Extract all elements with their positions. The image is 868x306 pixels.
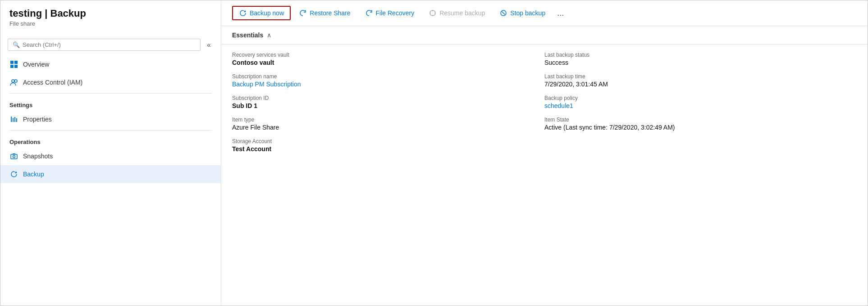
- sidebar-search-box[interactable]: 🔍: [8, 39, 201, 51]
- collapse-sidebar-button[interactable]: «: [204, 39, 214, 51]
- resume-backup-label: Resume backup: [439, 9, 485, 17]
- svg-rect-10: [11, 154, 17, 159]
- file-recovery-icon: [365, 9, 373, 17]
- info-value-backup-policy[interactable]: schedule1: [544, 102, 573, 109]
- sidebar-search-row: 🔍 «: [0, 34, 221, 55]
- stop-backup-icon: [499, 9, 507, 17]
- info-row-vault: Recovery services vault Contoso vault: [232, 52, 544, 66]
- restore-share-icon: [299, 9, 307, 17]
- svg-rect-9: [16, 118, 17, 122]
- app-container: testing | Backup File share 🔍 «: [0, 0, 868, 306]
- sidebar-item-overview[interactable]: Overview: [0, 55, 221, 73]
- nav-divider-operations: [9, 130, 212, 130]
- info-grid: Recovery services vault Contoso vault Su…: [221, 45, 868, 171]
- info-row-last-backup-time: Last backup time 7/29/2020, 3:01:45 AM: [544, 73, 857, 88]
- svg-rect-1: [14, 61, 18, 64]
- settings-section-header: Settings: [0, 95, 221, 110]
- backup-now-icon: [239, 9, 247, 17]
- sidebar-item-snapshots-label: Snapshots: [23, 153, 53, 160]
- nav-divider-settings: [9, 93, 212, 94]
- page-title: testing | Backup: [9, 8, 212, 19]
- svg-rect-0: [10, 61, 14, 64]
- info-value-item-type: Azure File Share: [232, 124, 544, 131]
- search-input[interactable]: [23, 41, 196, 48]
- svg-rect-2: [10, 65, 14, 68]
- file-recovery-label: File Recovery: [376, 9, 415, 17]
- sidebar-nav: Overview Access Control (IAM) Settings: [0, 55, 221, 306]
- info-row-item-type: Item type Azure File Share: [232, 117, 544, 131]
- main-content: Backup now Restore Share File Recovery: [221, 0, 868, 306]
- search-icon: 🔍: [13, 41, 20, 48]
- info-label-backup-policy: Backup policy: [544, 95, 857, 101]
- restore-share-button[interactable]: Restore Share: [292, 6, 356, 20]
- svg-rect-8: [14, 117, 15, 122]
- svg-point-5: [14, 80, 17, 82]
- svg-point-4: [12, 80, 14, 82]
- info-label-last-backup-status: Last backup status: [544, 52, 857, 58]
- essentials-header: Essentials ∧: [221, 26, 868, 45]
- page-subtitle: File share: [9, 20, 212, 27]
- info-label-subscription-name: Subscription name: [232, 73, 544, 80]
- info-row-item-state: Item State Active (Last sync time: 7/29/…: [544, 117, 857, 131]
- backup-now-button[interactable]: Backup now: [232, 6, 291, 20]
- sidebar-item-properties[interactable]: Properties: [0, 110, 221, 128]
- info-value-vault: Contoso vault: [232, 59, 544, 66]
- sidebar-item-iam-label: Access Control (IAM): [23, 79, 82, 86]
- info-value-last-backup-time: 7/29/2020, 3:01:45 AM: [544, 81, 857, 88]
- iam-icon: [9, 78, 18, 87]
- info-label-item-type: Item type: [232, 117, 544, 123]
- toolbar: Backup now Restore Share File Recovery: [221, 0, 868, 26]
- sidebar-item-overview-label: Overview: [23, 61, 49, 68]
- info-value-storage-account: Test Account: [232, 145, 544, 153]
- info-left-column: Recovery services vault Contoso vault Su…: [232, 52, 544, 160]
- resume-backup-button[interactable]: Resume backup: [422, 6, 491, 20]
- sidebar-item-snapshots[interactable]: Snapshots: [0, 147, 221, 165]
- info-label-storage-account: Storage Account: [232, 138, 544, 144]
- sidebar-item-backup[interactable]: Backup: [0, 165, 221, 183]
- info-value-last-backup-status: Success: [544, 59, 857, 66]
- sidebar-item-iam[interactable]: Access Control (IAM): [0, 73, 221, 91]
- info-row-last-backup-status: Last backup status Success: [544, 52, 857, 66]
- essentials-title: Essentials: [232, 32, 263, 39]
- essentials-chevron-icon[interactable]: ∧: [267, 32, 271, 39]
- svg-point-11: [13, 156, 15, 158]
- sidebar-item-properties-label: Properties: [23, 116, 52, 123]
- stop-backup-label: Stop backup: [510, 9, 545, 17]
- info-value-subscription-id: Sub ID 1: [232, 102, 544, 109]
- sidebar: testing | Backup File share 🔍 «: [0, 0, 221, 306]
- info-label-item-state: Item State: [544, 117, 857, 123]
- sidebar-header: testing | Backup File share: [0, 8, 221, 34]
- file-recovery-button[interactable]: File Recovery: [359, 6, 421, 20]
- svg-rect-7: [13, 118, 14, 122]
- info-value-subscription-name[interactable]: Backup PM Subscription: [232, 81, 301, 88]
- info-row-subscription-id: Subscription ID Sub ID 1: [232, 95, 544, 109]
- properties-icon: [9, 115, 18, 124]
- info-right-column: Last backup status Success Last backup t…: [544, 52, 857, 160]
- info-label-vault: Recovery services vault: [232, 52, 544, 58]
- info-label-last-backup-time: Last backup time: [544, 73, 857, 80]
- svg-rect-12: [13, 153, 15, 154]
- info-label-subscription-id: Subscription ID: [232, 95, 544, 101]
- overview-icon: [9, 60, 18, 69]
- resume-backup-icon: [429, 9, 437, 17]
- info-row-backup-policy: Backup policy schedule1: [544, 95, 857, 109]
- sidebar-item-backup-label: Backup: [23, 171, 44, 178]
- svg-rect-3: [14, 65, 18, 68]
- info-value-item-state: Active (Last sync time: 7/29/2020, 3:02:…: [544, 124, 857, 131]
- snapshots-icon: [9, 152, 18, 161]
- backup-now-label: Backup now: [250, 9, 284, 17]
- backup-icon: [9, 170, 18, 179]
- more-options-button[interactable]: ...: [553, 7, 567, 20]
- restore-share-label: Restore Share: [310, 9, 350, 17]
- operations-section-header: Operations: [0, 132, 221, 147]
- svg-rect-6: [11, 117, 12, 122]
- info-row-storage-account: Storage Account Test Account: [232, 138, 544, 153]
- info-row-subscription-name: Subscription name Backup PM Subscription: [232, 73, 544, 88]
- stop-backup-button[interactable]: Stop backup: [493, 6, 552, 20]
